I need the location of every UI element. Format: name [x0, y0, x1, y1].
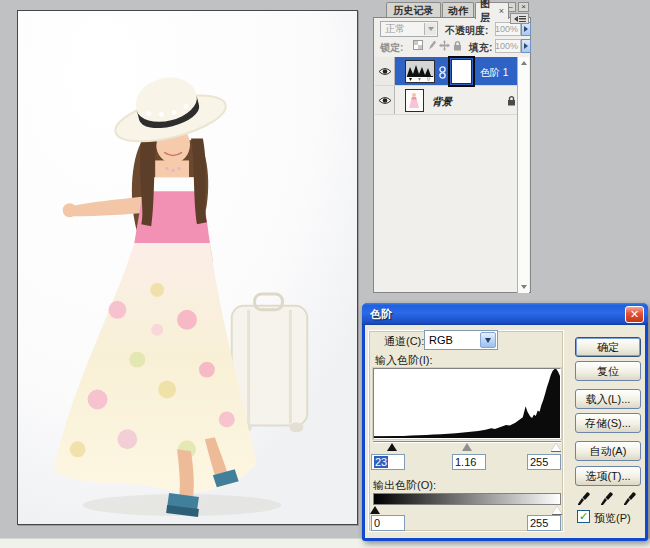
scroll-down-icon[interactable]: [519, 282, 529, 292]
output-gradient-bar: [373, 493, 561, 505]
auto-button[interactable]: 自动(A): [575, 441, 641, 461]
gray-point-eyedropper-icon[interactable]: [597, 489, 615, 507]
output-white-value: 255: [530, 517, 548, 529]
close-icon: ✕: [630, 309, 639, 320]
layer-mask-thumbnail[interactable]: [451, 59, 472, 84]
output-levels-label: 输出色阶(O):: [373, 478, 436, 493]
channel-value: RGB: [429, 334, 453, 346]
layer-name-background: 背景: [432, 95, 452, 109]
layers-scrollbar[interactable]: [517, 57, 529, 293]
dialog-titlebar[interactable]: 色阶 ✕: [362, 303, 648, 325]
scroll-up-icon[interactable]: [519, 58, 529, 68]
load-button[interactable]: 载入(L)...: [575, 389, 641, 409]
mask-link-icon[interactable]: [439, 66, 446, 79]
input-gamma-field[interactable]: 1.16: [452, 454, 486, 470]
input-gamma-slider[interactable]: [462, 443, 472, 451]
output-black-value: 0: [374, 517, 380, 529]
opacity-slider-button[interactable]: [521, 22, 531, 36]
fill-label: 填充:: [469, 41, 492, 55]
visibility-cell[interactable]: [375, 86, 395, 114]
opacity-label: 不透明度:: [445, 24, 488, 38]
blend-mode-value: 正常: [385, 22, 405, 36]
channel-label: 通道(C):: [384, 334, 424, 349]
input-gamma-value: 1.16: [455, 456, 476, 468]
mini-photo-icon: [406, 90, 423, 111]
chevron-down-icon: [424, 23, 436, 35]
fill-value: 100%: [495, 41, 518, 51]
levels-dialog: 色阶 ✕ 通道(C): RGB 输入色阶(I): 23 1.16 255: [362, 303, 648, 541]
input-white-slider[interactable]: [551, 443, 561, 451]
menu-lines-icon: [519, 16, 526, 22]
layers-panel: – × 历史记录 动作 图层 × 正常 不透明度:: [373, 0, 531, 293]
tab-history[interactable]: 历史记录: [386, 2, 441, 18]
lock-position-move-icon[interactable]: [438, 39, 450, 51]
lock-all-padlock-icon[interactable]: [451, 39, 463, 51]
menu-arrow-icon: [514, 16, 518, 22]
panel-menu-button[interactable]: [510, 13, 529, 24]
input-white-value: 255: [530, 456, 548, 468]
levels-adjustment-thumbnail[interactable]: [405, 60, 435, 83]
mini-histogram-icon: [406, 61, 434, 82]
chevron-down-icon: [480, 332, 496, 348]
preview-label: 预览(P): [594, 511, 631, 526]
layers-panel-body: 正常 不透明度: 100% 锁定:: [373, 17, 531, 293]
dialog-title: 色阶: [370, 307, 392, 322]
histogram-chart: [374, 369, 560, 438]
check-icon: ✓: [579, 511, 588, 522]
input-white-field[interactable]: 255: [527, 454, 561, 470]
tab-history-label: 历史记录: [394, 4, 434, 18]
histogram-box: [373, 368, 561, 439]
document-canvas[interactable]: [17, 10, 358, 525]
fill-value-box[interactable]: 100%: [495, 39, 521, 53]
ok-button[interactable]: 确定: [575, 337, 641, 357]
eye-icon: [378, 67, 392, 76]
background-layer-thumbnail[interactable]: [405, 89, 424, 112]
input-black-field[interactable]: 23: [371, 454, 405, 470]
photoshop-workspace: – × 历史记录 动作 图层 × 正常 不透明度:: [0, 0, 650, 548]
lock-pixels-brush-icon[interactable]: [425, 39, 437, 51]
layer-row-levels[interactable]: 色阶 1: [375, 57, 519, 86]
options-button[interactable]: 选项(T)...: [575, 466, 641, 486]
preview-checkbox[interactable]: ✓: [577, 510, 590, 523]
layer-row-background[interactable]: 背景: [375, 86, 519, 115]
layer-name-levels: 色阶 1: [480, 66, 508, 80]
black-point-eyedropper-icon[interactable]: [574, 489, 592, 507]
visibility-cell[interactable]: [375, 57, 395, 85]
tab-close-icon[interactable]: ×: [499, 6, 504, 16]
reset-button[interactable]: 复位: [575, 361, 641, 381]
lock-label: 锁定:: [380, 41, 403, 55]
tab-actions[interactable]: 动作: [442, 2, 474, 18]
opacity-value-box[interactable]: 100%: [495, 22, 521, 36]
output-white-slider[interactable]: [552, 506, 562, 514]
photo-artwork: [18, 11, 357, 524]
output-white-field[interactable]: 255: [527, 515, 561, 531]
input-levels-label: 输入色阶(I):: [375, 353, 432, 368]
fill-slider-button[interactable]: [521, 39, 531, 53]
input-black-slider[interactable]: [387, 443, 397, 451]
input-black-value: 23: [374, 456, 388, 468]
blend-mode-select[interactable]: 正常: [380, 21, 438, 37]
white-point-eyedropper-icon[interactable]: [620, 489, 638, 507]
channel-select[interactable]: RGB: [424, 330, 498, 350]
output-black-field[interactable]: 0: [371, 515, 405, 531]
dialog-close-button[interactable]: ✕: [625, 306, 644, 323]
layer-locked-icon: [507, 95, 516, 106]
tab-layers[interactable]: 图层 ×: [475, 2, 509, 19]
lock-transparency-icon[interactable]: [412, 39, 424, 51]
opacity-value: 100%: [495, 24, 518, 34]
panel-tabs: 历史记录 动作 图层 ×: [373, 2, 531, 18]
tab-layers-label: 图层: [480, 0, 496, 25]
tab-actions-label: 动作: [448, 4, 468, 18]
eye-icon: [378, 96, 392, 105]
output-black-slider[interactable]: [370, 506, 380, 514]
save-button[interactable]: 存储(S)...: [575, 413, 641, 433]
lock-icons-row: [412, 39, 466, 53]
